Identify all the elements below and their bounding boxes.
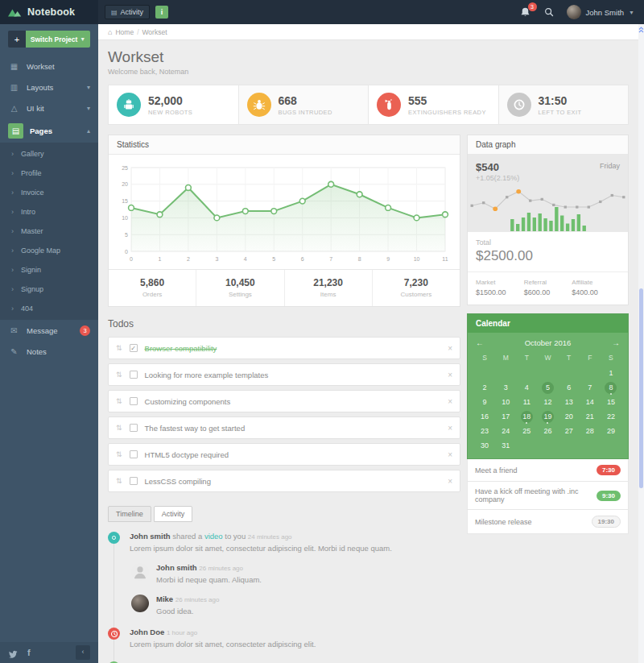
calendar-date-10[interactable]: 10 bbox=[495, 396, 516, 408]
calendar-date-28[interactable]: 28 bbox=[580, 425, 601, 437]
calendar-date-23[interactable]: 23 bbox=[474, 425, 495, 437]
todo-item[interactable]: ⇅HTML5 doctype required× bbox=[108, 443, 460, 466]
sidebar-subitem-profile[interactable]: ›Profile bbox=[0, 164, 98, 183]
calendar-event[interactable]: Meet a friend7:30 bbox=[467, 459, 629, 482]
calendar-date-18[interactable]: 18 bbox=[516, 410, 537, 423]
todo-checkbox[interactable] bbox=[130, 450, 138, 458]
close-icon[interactable]: × bbox=[448, 397, 452, 406]
calendar-date-7[interactable]: 7 bbox=[580, 381, 601, 394]
sidebar-item-message[interactable]: ✉Message3 bbox=[0, 320, 98, 341]
todo-item[interactable]: ⇅✓Browser compatibility× bbox=[108, 337, 460, 359]
calendar-event[interactable]: Have a kick off meeting with .inc compan… bbox=[467, 482, 629, 510]
tab-activity[interactable]: Activity bbox=[154, 506, 193, 522]
drag-handle-icon[interactable]: ⇅ bbox=[116, 450, 122, 458]
stat-card-new-robots[interactable]: 52,000NEW ROBOTS bbox=[109, 85, 238, 124]
video-link[interactable]: video bbox=[204, 532, 223, 541]
calendar-date-31[interactable]: 31 bbox=[495, 439, 516, 452]
breadcrumb-home[interactable]: Home bbox=[115, 28, 134, 36]
add-project-button[interactable]: + bbox=[8, 31, 26, 48]
todo-item[interactable]: ⇅Looking for more example templates× bbox=[108, 363, 460, 386]
switch-project-button[interactable]: Switch Project ▼ bbox=[26, 31, 90, 48]
calendar-date-1[interactable]: 1 bbox=[601, 367, 621, 379]
todo-item[interactable]: ⇅The fastest way to get started× bbox=[108, 416, 460, 439]
close-icon[interactable]: × bbox=[448, 477, 452, 486]
todo-checkbox[interactable] bbox=[130, 477, 138, 485]
sidebar-item-workset[interactable]: ▦Workset bbox=[0, 56, 98, 77]
search-icon[interactable] bbox=[544, 7, 554, 17]
twitter-icon[interactable] bbox=[8, 648, 18, 657]
sidebar-item-layouts[interactable]: ▥Layouts▾ bbox=[0, 77, 98, 97]
brand[interactable]: Notebook bbox=[0, 0, 98, 24]
quick-toggle-button[interactable]: i bbox=[155, 6, 168, 19]
todo-checkbox[interactable]: ✓ bbox=[130, 344, 138, 352]
page-scrollbar[interactable] bbox=[638, 24, 644, 663]
calendar-date-12[interactable]: 12 bbox=[537, 396, 558, 408]
sidebar-subitem-google-map[interactable]: ›Google Map bbox=[0, 241, 98, 260]
calendar-date-11[interactable]: 11 bbox=[516, 396, 537, 408]
scroll-to-top-icon[interactable] bbox=[638, 26, 644, 34]
drag-handle-icon[interactable]: ⇅ bbox=[116, 397, 122, 405]
stat-card-left-to-exit[interactable]: 31:50LEFT TO EXIT bbox=[498, 85, 629, 124]
calendar-date-4[interactable]: 4 bbox=[516, 381, 537, 394]
calendar-date-29[interactable]: 29 bbox=[601, 425, 621, 437]
calendar-date-30[interactable]: 30 bbox=[474, 439, 495, 452]
calendar-date-9[interactable]: 9 bbox=[474, 396, 495, 408]
timeline-user-name[interactable]: John smith bbox=[130, 532, 171, 541]
sidebar-item-ui-kit[interactable]: △UI kit▾ bbox=[0, 97, 98, 118]
scrollbar-thumb[interactable] bbox=[639, 288, 643, 488]
close-icon[interactable]: × bbox=[448, 344, 452, 353]
calendar-date-16[interactable]: 16 bbox=[474, 410, 495, 423]
stat-card-extinguishers-ready[interactable]: 555EXTINGUISHERS READY bbox=[368, 85, 498, 124]
prev-month-button[interactable]: ← bbox=[476, 338, 487, 347]
calendar-date-25[interactable]: 25 bbox=[516, 425, 537, 437]
activity-button[interactable]: ▤ Activity bbox=[105, 5, 150, 19]
calendar-date-17[interactable]: 17 bbox=[495, 410, 516, 423]
calendar-date-24[interactable]: 24 bbox=[495, 425, 516, 437]
sidebar-subitem-404[interactable]: ›404 bbox=[0, 299, 98, 318]
calendar-date-27[interactable]: 27 bbox=[559, 425, 580, 437]
timeline-user-name[interactable]: Mike bbox=[156, 595, 173, 603]
stat-card-bugs-intruded[interactable]: 668BUGS INTRUDED bbox=[238, 85, 369, 124]
calendar-date-8[interactable]: 8 bbox=[601, 381, 621, 394]
close-icon[interactable]: × bbox=[448, 450, 452, 459]
next-month-button[interactable]: → bbox=[609, 338, 620, 347]
drag-handle-icon[interactable]: ⇅ bbox=[116, 371, 122, 379]
close-icon[interactable]: × bbox=[448, 424, 452, 433]
calendar-date-13[interactable]: 13 bbox=[559, 396, 580, 408]
calendar-date-15[interactable]: 15 bbox=[601, 396, 621, 408]
sidebar-subitem-signup[interactable]: ›Signup bbox=[0, 280, 98, 299]
todo-item[interactable]: ⇅LessCSS compiling× bbox=[108, 470, 460, 492]
todo-item[interactable]: ⇅Customizing components× bbox=[108, 390, 460, 412]
calendar-date-22[interactable]: 22 bbox=[601, 410, 621, 423]
todo-checkbox[interactable] bbox=[130, 371, 138, 379]
calendar-date-14[interactable]: 14 bbox=[580, 396, 601, 408]
calendar-date-19[interactable]: 19 bbox=[537, 410, 558, 423]
close-icon[interactable]: × bbox=[448, 371, 452, 379]
user-menu[interactable]: John Smith ▼ bbox=[567, 5, 634, 19]
calendar-date-20[interactable]: 20 bbox=[559, 410, 580, 423]
calendar-date-5[interactable]: 5 bbox=[537, 381, 558, 394]
calendar-date-26[interactable]: 26 bbox=[537, 425, 558, 437]
drag-handle-icon[interactable]: ⇅ bbox=[116, 344, 122, 352]
todo-checkbox[interactable] bbox=[130, 397, 138, 405]
sidebar-item-pages[interactable]: ▤Pages▴ bbox=[0, 118, 98, 143]
sidebar-subitem-gallery[interactable]: ›Gallery bbox=[0, 144, 98, 164]
sidebar-subitem-intro[interactable]: ›Intro bbox=[0, 202, 98, 222]
calendar-date-2[interactable]: 2 bbox=[474, 381, 495, 394]
sidebar-subitem-signin[interactable]: ›Signin bbox=[0, 260, 98, 280]
sidebar-collapse-button[interactable]: ‹ bbox=[76, 645, 90, 660]
drag-handle-icon[interactable]: ⇅ bbox=[116, 477, 122, 485]
calendar-date-6[interactable]: 6 bbox=[559, 381, 580, 394]
calendar-date-3[interactable]: 3 bbox=[495, 381, 516, 394]
todo-checkbox[interactable] bbox=[130, 424, 138, 432]
calendar-date-21[interactable]: 21 bbox=[580, 410, 601, 423]
drag-handle-icon[interactable]: ⇅ bbox=[116, 424, 122, 432]
tab-timeline[interactable]: Timeline bbox=[108, 506, 151, 522]
sidebar-item-notes[interactable]: ✎Notes bbox=[0, 341, 98, 362]
sidebar-subitem-master[interactable]: ›Master bbox=[0, 222, 98, 241]
calendar-event[interactable]: Milestone release19:30 bbox=[467, 510, 629, 534]
timeline-user-name[interactable]: John smith bbox=[156, 563, 197, 572]
notifications-button[interactable]: 3 bbox=[520, 6, 531, 18]
timeline-user-name[interactable]: John Doe bbox=[130, 628, 164, 636]
facebook-icon[interactable]: f bbox=[27, 648, 31, 657]
